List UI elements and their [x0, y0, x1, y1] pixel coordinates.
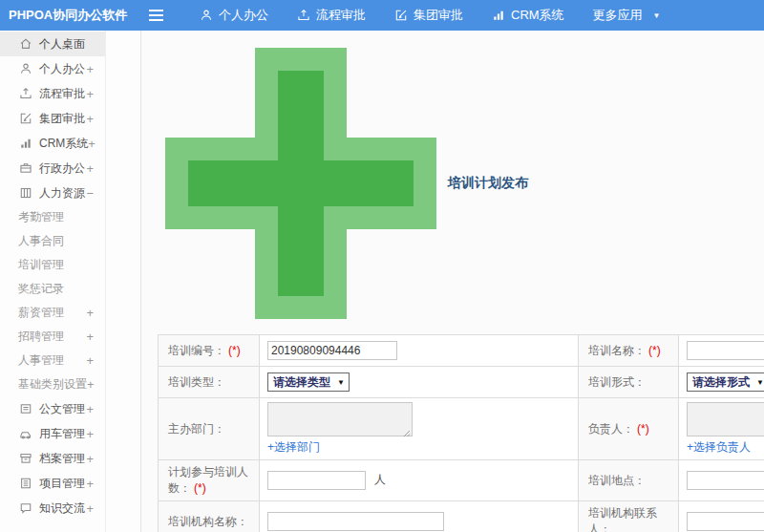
training-place-label: 培训地点：: [579, 460, 679, 501]
page-title: 培训计划发布: [158, 40, 764, 327]
upload-icon: [19, 87, 32, 100]
sidebar-item-vehicle-mgmt[interactable]: 用车管理+: [0, 421, 105, 446]
training-form-field: 请选择形式▼: [679, 367, 764, 398]
sidebar-subitem-reward-punish[interactable]: 奖惩记录: [0, 277, 105, 301]
project-mgmt-expand-icon: +: [86, 478, 94, 490]
form-row: 培训机构名称：培训机构联系人：: [159, 501, 764, 532]
sidebar-item-label: 流程审批: [39, 86, 85, 102]
training-no-field: [260, 335, 579, 367]
sidebar-item-personal-office[interactable]: 个人办公+: [0, 56, 105, 81]
field-label-text: 计划参与培训人数：: [168, 465, 248, 495]
sidebar-subitem-label: 招聘管理: [18, 329, 64, 345]
training-form-select-value: 请选择形式: [692, 374, 750, 391]
nav-item-label: 更多应用: [593, 7, 643, 24]
training-name-label: 培训名称：(*): [579, 335, 679, 367]
project-icon: [19, 477, 32, 490]
sidebar-item-label: 集团审批: [39, 111, 85, 127]
sidebar-item-knowledge[interactable]: 知识交流+: [0, 496, 105, 521]
group-approval-expand-icon: +: [86, 113, 94, 125]
training-type-select[interactable]: 请选择类型▼: [267, 372, 350, 392]
sidebar-menu: 个人桌面个人办公+流程审批+集团审批+CRM系统+行政办公+人力资源−考勤管理人…: [0, 31, 106, 532]
sidebar-item-group-approval[interactable]: 集团审批+: [0, 106, 105, 131]
host-dept-select-link[interactable]: +选择部门: [267, 440, 320, 454]
car-icon: [19, 427, 32, 440]
planned-participants-field: 人: [260, 460, 579, 501]
nav-item-label: 流程审批: [316, 7, 366, 24]
sidebar-item-label: 人力资源: [39, 185, 85, 202]
field-label-text: 培训名称：: [588, 344, 646, 357]
main-content: 培训计划发布 培训编号：(*)培训名称：(*)培训类型：请选择类型▼培训形式：请…: [142, 31, 764, 532]
nav-item-workflow-approval[interactable]: 流程审批: [283, 0, 380, 31]
personal-office-expand-icon: +: [86, 63, 94, 75]
sidebar-subitem-label: 考勤管理: [18, 209, 64, 225]
resize-handle-icon: [403, 427, 411, 435]
org-name-input[interactable]: [267, 512, 444, 531]
briefcase-icon: [19, 161, 32, 175]
sidebar-item-project-mgmt[interactable]: 项目管理+: [0, 471, 105, 496]
app-logo: PHPOA协同办公软件: [0, 7, 141, 24]
crm-system-expand-icon: +: [88, 138, 96, 150]
field-label-text: 主办部门：: [168, 422, 225, 436]
sidebar-item-label: 个人办公: [39, 61, 85, 77]
chart-icon: [19, 137, 32, 150]
add-plus-icon: [158, 40, 444, 327]
chevron-down-icon: ▼: [337, 378, 345, 387]
sidebar-item-archive-mgmt[interactable]: 档案管理+: [0, 446, 105, 471]
training-no-label: 培训编号：(*): [159, 335, 260, 367]
sidebar-subitem-label: 人事管理: [18, 352, 64, 369]
nav-item-label: CRM系统: [511, 7, 564, 24]
sidebar-subitem-label: 人事合同: [18, 233, 64, 249]
planned-participants-input[interactable]: [267, 471, 366, 490]
home-icon: [19, 37, 32, 51]
sidebar-item-workflow-approval[interactable]: 流程审批+: [0, 81, 105, 106]
sidebar-item-personal-desktop[interactable]: 个人桌面: [0, 32, 105, 56]
sidebar-subitem-personnel-mgmt[interactable]: 人事管理+: [0, 349, 105, 372]
leader-field: +选择负责人: [679, 398, 764, 460]
sidebar-subitem-recruit-mgmt[interactable]: 招聘管理+: [0, 325, 105, 349]
hamburger-icon: [149, 14, 163, 16]
sidebar-subitem-training-mgmt[interactable]: 培训管理: [0, 253, 105, 277]
menu-toggle-button[interactable]: [141, 0, 170, 31]
admin-office-expand-icon: +: [86, 162, 94, 175]
host-dept-textarea[interactable]: [267, 402, 413, 436]
training-type-label: 培训类型：: [159, 367, 260, 398]
field-label-text: 培训形式：: [588, 375, 646, 389]
sidebar-subitem-salary-mgmt[interactable]: 薪资管理+: [0, 301, 105, 325]
training-type-select-value: 请选择类型: [273, 374, 330, 391]
sidebar-subitem-hr-contract[interactable]: 人事合同: [0, 229, 105, 253]
nav-item-personal-office[interactable]: 个人办公: [185, 0, 283, 31]
org-name-field: [260, 501, 579, 532]
sidebar-item-admin-office[interactable]: 行政办公+: [0, 156, 105, 181]
upload-icon: [297, 9, 310, 22]
field-label-text: 培训机构名称：: [168, 515, 248, 528]
form-row: 计划参与培训人数：(*)人培训地点：: [159, 460, 764, 501]
required-marker: (*): [637, 422, 649, 436]
required-marker: (*): [648, 344, 661, 357]
page-title-text: 培训计划发布: [448, 175, 528, 192]
doc-mgmt-expand-icon: +: [86, 403, 94, 415]
field-label-text: 培训机构联系人：: [588, 506, 657, 532]
leader-textarea[interactable]: [687, 402, 764, 436]
planned-participants-unit-label: 人: [374, 473, 386, 486]
leader-select-link[interactable]: +选择负责人: [687, 440, 751, 454]
sidebar-subitem-base-category[interactable]: 基础类别设置+: [0, 372, 105, 396]
sidebar-subitem-label: 基础类别设置: [18, 376, 87, 393]
org-contact-input[interactable]: [687, 512, 764, 531]
sidebar: 个人桌面个人办公+流程审批+集团审批+CRM系统+行政办公+人力资源−考勤管理人…: [0, 31, 141, 532]
training-name-input[interactable]: [687, 341, 764, 360]
user-icon: [19, 62, 32, 75]
chevron-down-icon: ▼: [653, 11, 661, 20]
training-place-input[interactable]: [687, 471, 764, 490]
nav-item-group-approval[interactable]: 集团审批: [380, 0, 478, 31]
sidebar-item-doc-mgmt[interactable]: 公文管理+: [0, 396, 105, 421]
sidebar-item-crm-system[interactable]: CRM系统+: [0, 131, 105, 156]
nav-item-more-apps[interactable]: 更多应用▼: [579, 0, 675, 31]
sidebar-item-hr[interactable]: 人力资源−: [0, 181, 105, 205]
sidebar-subitem-attendance[interactable]: 考勤管理: [0, 205, 105, 229]
sidebar-item-label: 项目管理: [39, 476, 85, 492]
sidebar-subitem-label: 薪资管理: [18, 305, 64, 321]
training-no-input[interactable]: [267, 341, 397, 360]
archive-mgmt-expand-icon: +: [86, 453, 94, 465]
nav-item-crm-system[interactable]: CRM系统: [478, 0, 579, 31]
training-form-select[interactable]: 请选择形式▼: [687, 372, 764, 392]
